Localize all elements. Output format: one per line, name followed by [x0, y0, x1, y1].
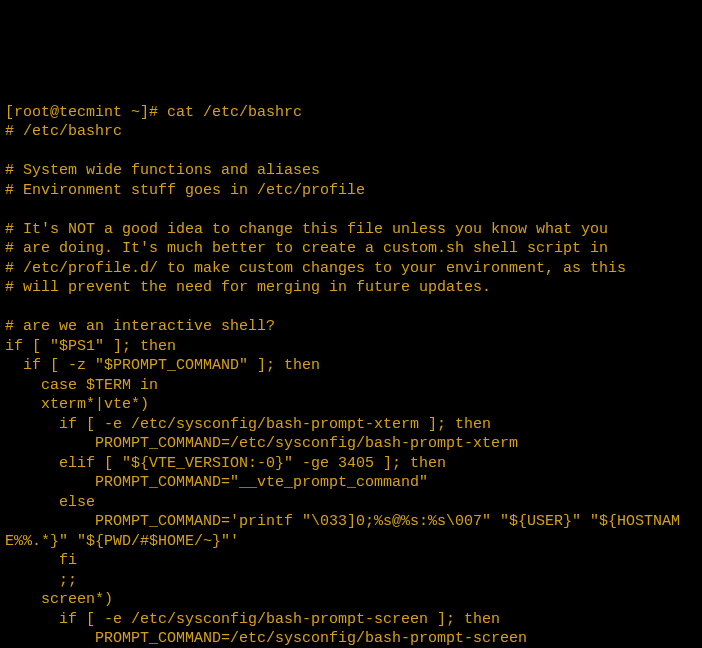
- output-line: if [ "$PS1" ]; then: [5, 338, 176, 355]
- output-line: # /etc/bashrc: [5, 123, 122, 140]
- output-line: screen*): [5, 591, 113, 608]
- command-line: [root@tecmint ~]# cat /etc/bashrc: [5, 104, 302, 121]
- command-text: cat /etc/bashrc: [167, 104, 302, 121]
- output-line: case $TERM in: [5, 377, 158, 394]
- output-line: if [ -e /etc/sysconfig/bash-prompt-xterm…: [5, 416, 491, 433]
- output-line: PROMPT_COMMAND='printf "\033]0;%s@%s:%s\…: [5, 513, 680, 550]
- output-line: elif [ "${VTE_VERSION:-0}" -ge 3405 ]; t…: [5, 455, 446, 472]
- output-line: ;;: [5, 572, 77, 589]
- output-line: # /etc/profile.d/ to make custom changes…: [5, 260, 626, 277]
- output-line: # Environment stuff goes in /etc/profile: [5, 182, 365, 199]
- output-line: PROMPT_COMMAND=/etc/sysconfig/bash-promp…: [5, 630, 527, 647]
- output-line: # are we an interactive shell?: [5, 318, 275, 335]
- output-line: if [ -e /etc/sysconfig/bash-prompt-scree…: [5, 611, 500, 628]
- output-line: PROMPT_COMMAND=/etc/sysconfig/bash-promp…: [5, 435, 518, 452]
- output-line: # are doing. It's much better to create …: [5, 240, 608, 257]
- output-line: xterm*|vte*): [5, 396, 149, 413]
- shell-prompt: [root@tecmint ~]#: [5, 104, 167, 121]
- output-line: PROMPT_COMMAND="__vte_prompt_command": [5, 474, 428, 491]
- output-line: if [ -z "$PROMPT_COMMAND" ]; then: [5, 357, 320, 374]
- output-line: # will prevent the need for merging in f…: [5, 279, 491, 296]
- output-line: fi: [5, 552, 77, 569]
- output-line: # System wide functions and aliases: [5, 162, 320, 179]
- output-line: # It's NOT a good idea to change this fi…: [5, 221, 608, 238]
- terminal-output: [root@tecmint ~]# cat /etc/bashrc # /etc…: [5, 83, 697, 648]
- output-line: else: [5, 494, 95, 511]
